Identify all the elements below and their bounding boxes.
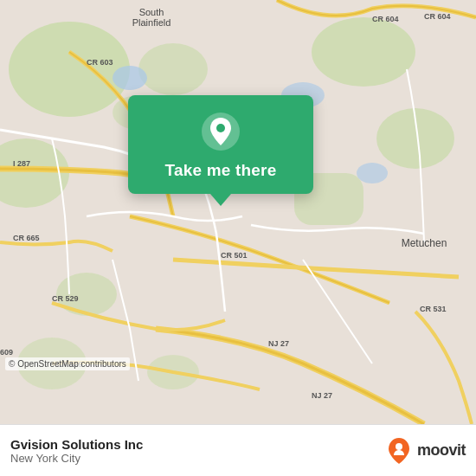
svg-point-6: [138, 43, 208, 95]
place-subtitle: New York City: [10, 452, 376, 465]
svg-text:CR 529: CR 529: [52, 294, 79, 303]
svg-point-13: [357, 163, 388, 183]
svg-text:CR 603: CR 603: [87, 58, 113, 67]
svg-text:CR 604: CR 604: [372, 15, 399, 23]
svg-text:CR 604: CR 604: [424, 12, 451, 21]
place-title: Gvision Solutions Inc: [10, 437, 376, 452]
svg-text:Metuchen: Metuchen: [402, 237, 447, 249]
svg-point-3: [312, 17, 415, 87]
svg-text:NJ 27: NJ 27: [268, 339, 289, 348]
svg-text:Plainfield: Plainfield: [132, 17, 171, 28]
map-copyright: © OpenStreetMap contributors: [5, 357, 130, 370]
svg-text:South: South: [139, 7, 164, 17]
svg-point-1: [9, 22, 130, 117]
svg-text:CR 531: CR 531: [420, 305, 447, 313]
svg-point-11: [113, 66, 147, 90]
svg-text:NJ 27: NJ 27: [312, 391, 332, 400]
svg-text:I 287: I 287: [13, 159, 30, 168]
svg-point-31: [396, 443, 402, 450]
moovit-wordmark: moovit: [417, 441, 466, 460]
take-me-there-popup[interactable]: Take me there: [128, 95, 313, 194]
footer-text-area: Gvision Solutions Inc New York City: [10, 437, 376, 465]
location-pin-icon: [200, 111, 241, 152]
moovit-pin-icon: [384, 436, 414, 466]
svg-text:CR 501: CR 501: [221, 251, 248, 260]
footer-bar: Gvision Solutions Inc New York City moov…: [0, 424, 476, 476]
map-container: I 287 CR 603 CR 604 CR 604 CR 665 CR 501…: [0, 0, 476, 424]
svg-point-30: [216, 124, 225, 132]
moovit-logo[interactable]: moovit: [384, 436, 466, 466]
svg-text:CR 665: CR 665: [13, 234, 40, 242]
svg-text:609: 609: [0, 348, 13, 357]
take-me-there-label: Take me there: [165, 161, 277, 180]
